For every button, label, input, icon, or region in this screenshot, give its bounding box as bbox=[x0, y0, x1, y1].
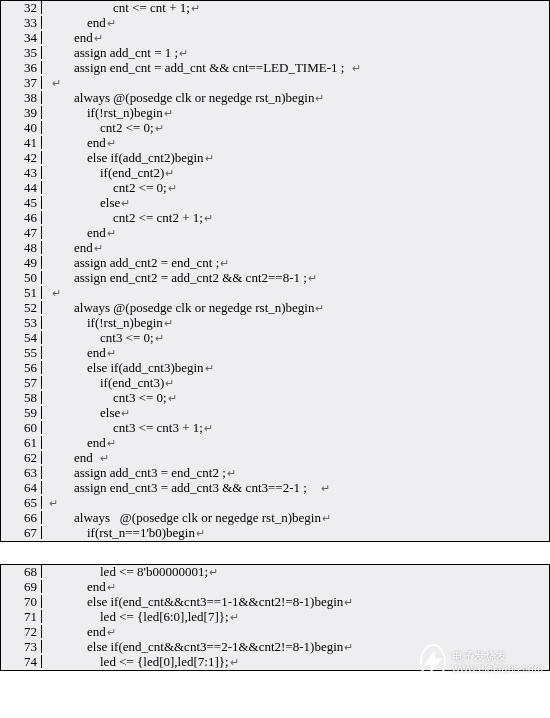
line-number: 68 bbox=[1, 565, 42, 578]
code-line: 59 else↵ bbox=[1, 406, 549, 421]
code-line: 61 end↵ bbox=[1, 436, 549, 451]
code-content: if(!rst_n)begin↵ bbox=[42, 106, 173, 119]
pilcrow-icon: ↵ bbox=[163, 317, 173, 329]
code-content: else if(add_cnt2)begin↵ bbox=[42, 151, 214, 164]
code-line: 70 else if(end_cnt&&cnt3==1-1&&cnt2!=8-1… bbox=[1, 595, 549, 610]
pilcrow-icon: ↵ bbox=[93, 32, 103, 44]
line-number: 66 bbox=[1, 511, 42, 524]
line-number: 55 bbox=[1, 346, 42, 359]
line-number: 41 bbox=[1, 136, 42, 149]
code-text: assign end_cnt3 = add_cnt3 && cnt3==2-1 … bbox=[48, 480, 320, 495]
line-number: 44 bbox=[1, 181, 42, 194]
code-line: 40 cnt2 <= 0;↵ bbox=[1, 121, 549, 136]
code-content: ↵ bbox=[42, 286, 61, 299]
code-line: 66 always @(posedge clk or negedge rst_n… bbox=[1, 511, 549, 526]
code-text: if(end_cnt3) bbox=[48, 375, 164, 390]
code-content: if(end_cnt3)↵ bbox=[42, 376, 174, 389]
line-number: 72 bbox=[1, 625, 42, 638]
code-content: assign end_cnt2 = add_cnt2 && cnt2==8-1 … bbox=[42, 271, 317, 284]
pilcrow-icon: ↵ bbox=[204, 152, 214, 164]
code-line: 36 assign end_cnt = add_cnt && cnt==LED_… bbox=[1, 61, 549, 76]
code-text: end bbox=[48, 624, 106, 639]
code-line: 65↵ bbox=[1, 496, 549, 511]
line-number: 70 bbox=[1, 595, 42, 608]
line-number: 43 bbox=[1, 166, 42, 179]
line-number: 32 bbox=[1, 1, 42, 14]
line-number: 53 bbox=[1, 316, 42, 329]
pilcrow-icon: ↵ bbox=[195, 527, 205, 539]
pilcrow-icon: ↵ bbox=[320, 482, 330, 494]
code-content: end↵ bbox=[42, 226, 116, 239]
code-line: 39 if(!rst_n)begin↵ bbox=[1, 106, 549, 121]
code-text: always @(posedge clk or negedge rst_n)be… bbox=[48, 90, 314, 105]
code-content: else if(add_cnt3)begin↵ bbox=[42, 361, 214, 374]
line-number: 47 bbox=[1, 226, 42, 239]
code-text: always @(posedge clk or negedge rst_n)be… bbox=[48, 300, 314, 315]
code-content: end↵ bbox=[42, 625, 116, 638]
code-line: 37 ↵ bbox=[1, 76, 549, 91]
code-line: 60 cnt3 <= cnt3 + 1;↵ bbox=[1, 421, 549, 436]
pilcrow-icon: ↵ bbox=[321, 512, 331, 524]
code-text: cnt2 <= 0; bbox=[48, 120, 154, 135]
code-line: 63 assign add_cnt3 = end_cnt2 ;↵ bbox=[1, 466, 549, 481]
pilcrow-icon: ↵ bbox=[226, 467, 236, 479]
code-text: end bbox=[48, 135, 106, 150]
pilcrow-icon: ↵ bbox=[163, 107, 173, 119]
code-content: if(rst_n==1'b0)begin↵ bbox=[42, 526, 205, 539]
code-content: end↵ bbox=[42, 346, 116, 359]
pilcrow-icon: ↵ bbox=[351, 62, 361, 74]
pilcrow-icon: ↵ bbox=[51, 287, 61, 299]
line-number: 62 bbox=[1, 451, 42, 464]
code-line: 53 if(!rst_n)begin↵ bbox=[1, 316, 549, 331]
code-content: always @(posedge clk or negedge rst_n)be… bbox=[42, 301, 324, 314]
code-text: cnt3 <= 0; bbox=[48, 390, 167, 405]
code-content: led <= 8'b00000001;↵ bbox=[42, 565, 218, 578]
code-content: cnt3 <= cnt3 + 1;↵ bbox=[42, 421, 213, 434]
pilcrow-icon: ↵ bbox=[203, 212, 213, 224]
code-line: 71 led <= {led[6:0],led[7]};↵ bbox=[1, 610, 549, 625]
pilcrow-icon: ↵ bbox=[229, 611, 239, 623]
line-number: 65 bbox=[1, 496, 42, 509]
code-content: end↵ bbox=[42, 31, 103, 44]
code-line: 48 end↵ bbox=[1, 241, 549, 256]
code-line: 64 assign end_cnt3 = add_cnt3 && cnt3==2… bbox=[1, 481, 549, 496]
code-text: else if(add_cnt3)begin bbox=[48, 360, 204, 375]
code-text: else if(end_cnt&&cnt3==1-1&&cnt2!=8-1)be… bbox=[48, 594, 343, 609]
code-line: 56 else if(add_cnt3)begin↵ bbox=[1, 361, 549, 376]
code-line: 42 else if(add_cnt2)begin↵ bbox=[1, 151, 549, 166]
line-number: 37 bbox=[1, 76, 42, 89]
code-text: else bbox=[48, 195, 120, 210]
code-text: cnt <= cnt + 1; bbox=[48, 0, 190, 15]
line-number: 59 bbox=[1, 406, 42, 419]
line-number: 40 bbox=[1, 121, 42, 134]
code-line: 32 cnt <= cnt + 1;↵ bbox=[1, 1, 549, 16]
code-text: assign end_cnt2 = add_cnt2 && cnt2==8-1 … bbox=[48, 270, 307, 285]
pilcrow-icon: ↵ bbox=[154, 122, 164, 134]
line-number: 71 bbox=[1, 610, 42, 623]
pilcrow-icon: ↵ bbox=[314, 302, 324, 314]
code-content: end↵ bbox=[42, 16, 116, 29]
line-number: 73 bbox=[1, 640, 42, 653]
code-line: 35 assign add_cnt = 1 ;↵ bbox=[1, 46, 549, 61]
pilcrow-icon: ↵ bbox=[106, 227, 116, 239]
pilcrow-icon: ↵ bbox=[343, 596, 353, 608]
code-text: cnt3 <= 0; bbox=[48, 330, 154, 345]
pilcrow-icon: ↵ bbox=[219, 257, 229, 269]
code-content: if(!rst_n)begin↵ bbox=[42, 316, 173, 329]
code-line: 44 cnt2 <= 0;↵ bbox=[1, 181, 549, 196]
code-content: cnt2 <= 0;↵ bbox=[42, 121, 164, 134]
code-line: 55 end↵ bbox=[1, 346, 549, 361]
code-content: end ↵ bbox=[42, 451, 109, 464]
pilcrow-icon: ↵ bbox=[343, 641, 353, 653]
line-number: 63 bbox=[1, 466, 42, 479]
line-number: 57 bbox=[1, 376, 42, 389]
line-number: 60 bbox=[1, 421, 42, 434]
code-line: 69 end↵ bbox=[1, 580, 549, 595]
code-line: 47 end↵ bbox=[1, 226, 549, 241]
line-number: 35 bbox=[1, 46, 42, 59]
pilcrow-icon: ↵ bbox=[106, 437, 116, 449]
pilcrow-icon: ↵ bbox=[93, 242, 103, 254]
line-number: 52 bbox=[1, 301, 42, 314]
pilcrow-icon: ↵ bbox=[154, 332, 164, 344]
line-number: 48 bbox=[1, 241, 42, 254]
